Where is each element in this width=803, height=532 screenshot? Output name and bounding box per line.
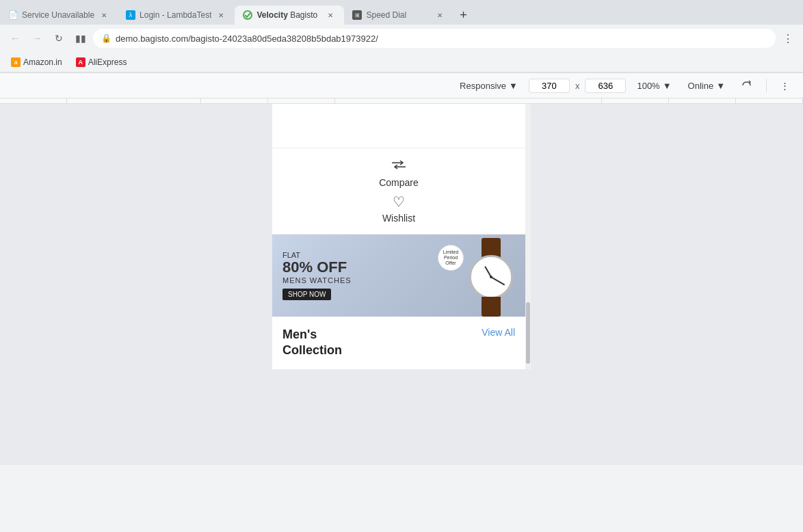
left-gutter (0, 104, 272, 369)
main-area: Compare ♡ Wishlist FLAT 80% OFF MENS WAT… (0, 104, 803, 369)
mens-title-line1: Men's (282, 327, 342, 343)
devtools-menu-button[interactable]: ⋮ (775, 78, 795, 94)
bookmark-aliexpress[interactable]: A AliExpress (70, 56, 133, 68)
clock-center (490, 276, 492, 278)
tab-close-speeddial[interactable]: ✕ (434, 10, 445, 21)
watch-face (469, 255, 513, 299)
ruler-s8 (736, 98, 803, 103)
ruler-s1 (0, 98, 67, 103)
tab-title-lambda: Login - LambdaTest (140, 10, 211, 20)
viewport-scrollbar[interactable] (525, 104, 531, 369)
tab-service-unavailable[interactable]: 📄 Service Unavailable ✕ (0, 5, 118, 25)
svg-point-0 (243, 11, 252, 19)
bookmark-amazon-label: Amazon.in (23, 57, 62, 67)
zoom-chevron: ▼ (663, 81, 672, 91)
ruler-bar (0, 98, 803, 104)
banner-section[interactable]: FLAT 80% OFF MENS WATCHES SHOP NOW Limit… (272, 235, 525, 317)
zoom-dropdown[interactable]: 100% ▼ (631, 78, 676, 94)
page-content: Compare ♡ Wishlist FLAT 80% OFF MENS WAT… (272, 104, 525, 369)
ruler-s2 (67, 98, 200, 103)
wishlist-label: Wishlist (382, 213, 415, 224)
ruler-s7 (669, 98, 736, 103)
heart-icon: ♡ (393, 194, 405, 210)
online-chevron: ▼ (716, 81, 725, 91)
bookmark-amazon[interactable]: a Amazon.in (5, 56, 68, 68)
online-dropdown[interactable]: Online ▼ (683, 78, 730, 94)
address-bar[interactable]: 🔒 demo.bagisto.com/bagisto-24023a80d5eda… (93, 29, 776, 48)
browser-chrome: 📄 Service Unavailable ✕ λ Login - Lambda… (0, 0, 803, 104)
browser-menu-button[interactable]: ⋮ (778, 29, 798, 48)
tab-bar: 📄 Service Unavailable ✕ λ Login - Lambda… (0, 0, 803, 25)
reload-button[interactable]: ↻ (49, 29, 68, 48)
back-button[interactable]: ← (5, 29, 25, 48)
mens-collection-section: Men's Collection View All (272, 317, 525, 369)
right-gutter (531, 104, 803, 369)
ruler-s5 (335, 98, 602, 103)
viewport-scrollbar-thumb (526, 302, 530, 364)
bottom-area (0, 369, 803, 465)
bookmark-aliexpress-label: AliExpress (88, 57, 127, 67)
devtools-toolbar: Responsive ▼ x 100% ▼ Online ▼ ⋮ (0, 72, 803, 98)
home-button[interactable]: ▮▮ (71, 29, 90, 48)
viewport-width-input[interactable] (529, 79, 570, 93)
tab-title-speeddial: Speed Dial (366, 10, 430, 20)
mens-collection-title: Men's Collection (282, 327, 342, 359)
address-bar-row: ← → ↻ ▮▮ 🔒 demo.bagisto.com/bagisto-2402… (0, 25, 803, 52)
devtools-divider (766, 79, 767, 92)
tab-favicon-speeddial: ⊞ (352, 10, 362, 20)
banner-badge: LimitedPeriodOffer (438, 245, 464, 271)
bookmarks-bar: a Amazon.in A AliExpress (0, 52, 803, 72)
viewport-separator: x (575, 81, 580, 91)
tab-title-bagisto: Velocity Bagisto (256, 10, 321, 20)
page-header-section (272, 104, 525, 148)
viewport-height-input[interactable] (585, 79, 626, 93)
aliexpress-icon: A (76, 57, 85, 67)
ruler-s6 (602, 98, 669, 103)
badge-text: LimitedPeriodOffer (443, 250, 459, 265)
viewport-container: Compare ♡ Wishlist FLAT 80% OFF MENS WAT… (272, 104, 525, 369)
ruler-s3 (201, 98, 268, 103)
new-tab-button[interactable]: + (453, 5, 473, 25)
amazon-icon: a (11, 57, 21, 67)
rotate-button[interactable] (736, 77, 758, 94)
online-label: Online (688, 81, 714, 91)
ruler-s4 (268, 98, 335, 103)
tab-speed-dial[interactable]: ⊞ Speed Dial ✕ (344, 5, 453, 25)
tab-favicon-lambda: λ (126, 10, 135, 20)
tab-favicon-bagisto (243, 10, 252, 20)
tab-close-service[interactable]: ✕ (98, 10, 109, 21)
watch-strap-bottom (482, 297, 501, 317)
tab-title-service: Service Unavailable (22, 10, 94, 20)
lock-icon: 🔒 (101, 34, 111, 43)
tab-close-lambda[interactable]: ✕ (215, 10, 226, 21)
banner-shop-button[interactable]: SHOP NOW (282, 289, 331, 300)
compare-arrows-icon (391, 159, 407, 174)
compare-wishlist-section: Compare ♡ Wishlist (272, 148, 525, 235)
minute-hand (491, 276, 505, 285)
ruler-marks (0, 98, 803, 103)
mens-collection-header: Men's Collection View All (282, 327, 515, 359)
watch-illustration (464, 238, 518, 317)
responsive-chevron: ▼ (509, 81, 518, 91)
responsive-dropdown[interactable]: Responsive ▼ (454, 78, 523, 94)
forward-button[interactable]: → (27, 29, 47, 48)
clock-face (471, 257, 511, 297)
view-all-link[interactable]: View All (482, 327, 515, 338)
tab-favicon-service: 📄 (8, 10, 18, 20)
compare-label: Compare (379, 177, 419, 188)
responsive-label: Responsive (460, 81, 506, 91)
mens-title-line2: Collection (282, 343, 342, 358)
tab-close-bagisto[interactable]: ✕ (325, 10, 336, 21)
zoom-label: 100% (637, 81, 659, 91)
tab-velocity-bagisto[interactable]: Velocity Bagisto ✕ (235, 5, 344, 25)
url-text: demo.bagisto.com/bagisto-24023a80d5eda38… (116, 34, 767, 44)
tab-login-lambdatest[interactable]: λ Login - LambdaTest ✕ (118, 5, 235, 25)
